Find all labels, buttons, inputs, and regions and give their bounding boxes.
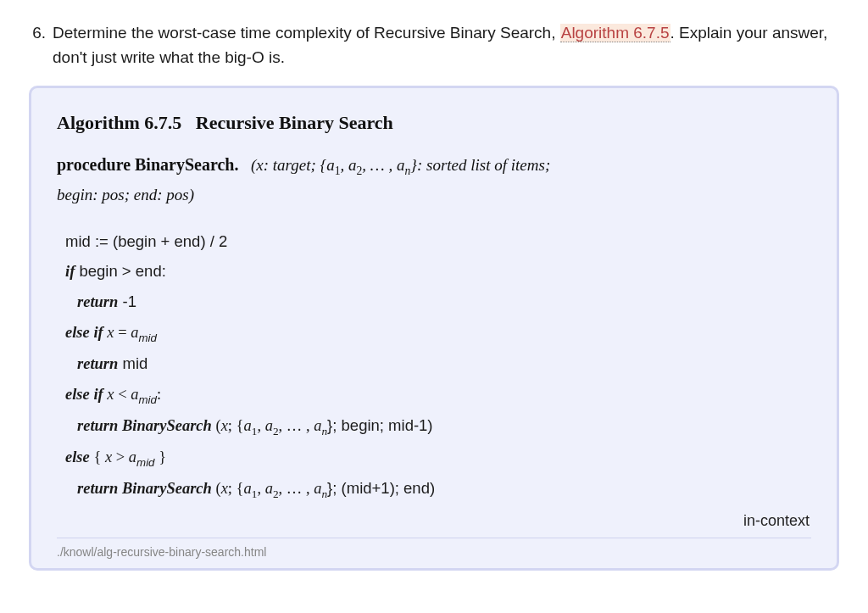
l8-brace-open: { xyxy=(90,449,105,465)
sig-x: x xyxy=(256,156,263,174)
l9-a2: a xyxy=(265,480,273,497)
l9-x: x xyxy=(221,480,228,497)
l6-sub: mid xyxy=(138,393,156,406)
code-line-8: else { x > amid } xyxy=(65,442,811,473)
sig-list-close: } xyxy=(410,156,417,174)
l7-fn: BinarySearch xyxy=(122,417,212,434)
algorithm-title: Algorithm 6.7.5 Recursive Binary Search xyxy=(57,109,811,137)
question-item: 6. Determine the worst-case time complex… xyxy=(29,20,839,70)
algorithm-name: Recursive Binary Search xyxy=(196,112,393,133)
l7-open: ( xyxy=(212,417,221,434)
l5-rest: mid xyxy=(118,354,147,372)
sig-sub1: 1 xyxy=(335,164,341,177)
sig-c1: , xyxy=(341,156,349,174)
kw-return-3: return xyxy=(77,417,122,434)
l7-dots: , … , xyxy=(279,417,314,434)
kw-else: else xyxy=(65,449,90,465)
sig-list-desc: : sorted list of items; xyxy=(417,156,550,174)
code-line-1: mid := (begin + end) / 2 xyxy=(65,226,811,256)
sig-dots: , … , xyxy=(362,156,397,174)
kw-elseif-1: else if xyxy=(65,324,107,341)
algorithm-label: Algorithm 6.7.5 xyxy=(57,112,181,133)
l9-fn: BinarySearch xyxy=(122,480,212,497)
l6-colon: : xyxy=(157,386,161,403)
sig-a2: a xyxy=(348,156,357,174)
l7-semi1: ; { xyxy=(228,417,244,434)
l7-s2: 2 xyxy=(273,425,279,437)
l4-x: x xyxy=(107,324,114,341)
l8-gt: > xyxy=(112,449,129,465)
code-line-5: return mid xyxy=(65,348,811,379)
code-line-4: else if x = amid xyxy=(65,317,811,348)
procedure-keyword: procedure xyxy=(57,155,131,174)
l9-c1: , xyxy=(257,480,264,497)
l9-close: }; (mid+1); end) xyxy=(327,479,435,497)
l9-s2: 2 xyxy=(273,488,279,500)
l8-x: x xyxy=(105,449,112,465)
sig-list-open: { xyxy=(316,156,326,174)
sig-x-desc: : target; xyxy=(264,156,316,174)
l2-rest: begin > end: xyxy=(75,262,166,280)
l9-dots: , … , xyxy=(279,480,314,497)
code-line-7: return BinarySearch (x; {a1, a2, … , an}… xyxy=(65,410,811,442)
kw-if: if xyxy=(65,263,75,280)
procedure-name: BinarySearch. xyxy=(135,155,238,174)
sig-a1: a xyxy=(326,156,335,174)
l6-lt: < xyxy=(114,386,131,403)
l9-open: ( xyxy=(212,480,221,497)
l9-semi1: ; { xyxy=(228,480,244,497)
procedure-signature-line1: (x: target; {a1, a2, … , an}: sorted lis… xyxy=(242,156,550,174)
l9-a1: a xyxy=(244,480,252,497)
knowl-source-path: ./knowl/alg-recursive-binary-search.html xyxy=(57,538,811,561)
l8-brace-close: } xyxy=(155,449,167,465)
l7-c1: , xyxy=(257,417,264,434)
l4-sub: mid xyxy=(138,332,156,344)
l7-x: x xyxy=(221,417,228,434)
code-line-9: return BinarySearch (x; {a1, a2, … , an}… xyxy=(65,473,811,504)
procedure-signature-line2: begin: pos; end: pos) xyxy=(57,183,811,208)
code-line-2: if begin > end: xyxy=(65,256,811,287)
l7-a2: a xyxy=(265,417,273,434)
kw-return-1: return xyxy=(77,293,118,310)
question-number: 6. xyxy=(29,20,46,70)
l6-x: x xyxy=(107,386,114,403)
question-text-before: Determine the worst-case time complexity… xyxy=(53,24,560,42)
l8-sub: mid xyxy=(136,456,154,469)
l3-rest: -1 xyxy=(118,293,136,310)
l8-a: a xyxy=(129,449,136,465)
procedure-header: procedure BinarySearch. (x: target; {a1,… xyxy=(57,152,811,180)
code-line-6: else if x < amid: xyxy=(65,379,811,410)
kw-return-4: return xyxy=(77,480,122,497)
sig-an: a xyxy=(397,156,405,174)
algorithm-body: mid := (begin + end) / 2 if begin > end:… xyxy=(57,226,811,504)
algorithm-box: Algorithm 6.7.5 Recursive Binary Search … xyxy=(29,86,839,571)
kw-return-2: return xyxy=(77,355,118,372)
in-context-link[interactable]: in-context xyxy=(57,510,811,532)
l4-eq: = xyxy=(114,324,131,341)
code-line-3: return -1 xyxy=(65,287,811,317)
l7-close: }; begin; mid-1) xyxy=(327,416,432,434)
l7-a1: a xyxy=(244,417,252,434)
kw-elseif-2: else if xyxy=(65,386,107,403)
question-text: Determine the worst-case time complexity… xyxy=(53,20,839,70)
algorithm-link[interactable]: Algorithm 6.7.5 xyxy=(560,24,670,42)
